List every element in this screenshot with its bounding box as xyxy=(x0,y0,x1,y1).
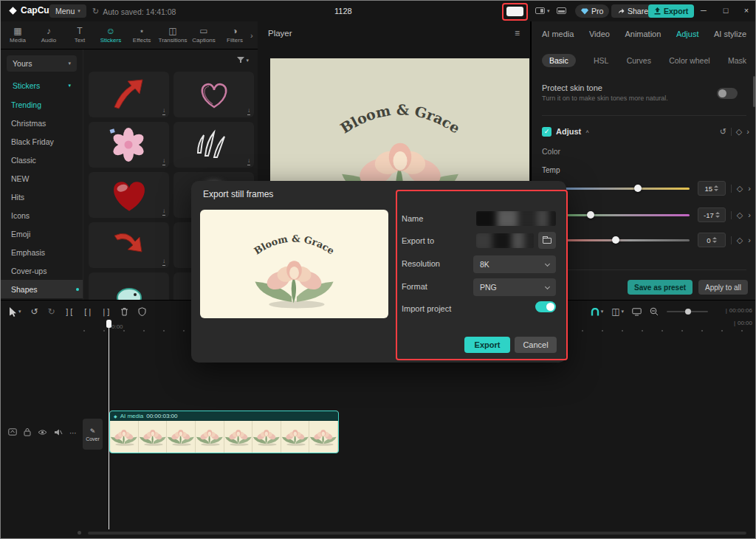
playhead[interactable] xyxy=(106,320,111,328)
subtab-hsl[interactable]: HSL xyxy=(594,56,608,65)
layout-panel-button[interactable]: ▾ xyxy=(535,7,550,14)
slider-handle[interactable] xyxy=(612,236,619,244)
download-icon[interactable]: ↓ xyxy=(162,108,165,115)
undo-icon[interactable]: ↺ xyxy=(31,306,38,317)
media-tab-effects[interactable]: ⋆Effects xyxy=(126,27,157,44)
sidebar-item-icons[interactable]: Icons xyxy=(1,206,83,224)
sidebar-item-black-friday[interactable]: Black Friday xyxy=(1,132,83,151)
media-tab-text[interactable]: TText xyxy=(64,27,95,44)
sticker-pink-flower[interactable]: ↓ xyxy=(89,122,169,168)
minimize-button[interactable]: ─ xyxy=(698,6,709,15)
zoom-out-button[interactable] xyxy=(650,307,659,316)
sidebar-item-emphasis[interactable]: Emphasis xyxy=(1,243,83,261)
delete-left-icon[interactable]: [| xyxy=(83,308,92,316)
tab-adjust[interactable]: Adjust xyxy=(676,30,699,38)
keyframe-icon[interactable]: ◇ xyxy=(737,236,743,245)
expand-icon[interactable]: › xyxy=(748,236,751,244)
subtab-color-wheel[interactable]: Color wheel xyxy=(669,56,709,65)
mirror-button[interactable]: ◫▾ xyxy=(611,306,624,317)
lock-icon[interactable] xyxy=(24,428,31,438)
yours-dropdown[interactable]: Yours▾ xyxy=(7,55,77,72)
mask-icon[interactable] xyxy=(138,307,146,316)
tab-ai-media[interactable]: AI media xyxy=(542,30,574,38)
select-tool[interactable]: ▾ xyxy=(10,307,21,317)
download-icon[interactable]: ↓ xyxy=(162,158,165,165)
stepper-arrows[interactable] xyxy=(715,212,720,218)
sidebar-item-shapes[interactable]: Shapes xyxy=(1,280,83,298)
subtab-curves[interactable]: Curves xyxy=(627,56,651,65)
more-icon[interactable]: ⋯ xyxy=(69,429,77,437)
expand-icon[interactable]: › xyxy=(746,127,749,136)
sidebar-item-cover-ups[interactable]: Cover-ups xyxy=(1,261,83,280)
sticker-teal-bird[interactable]: ↓ xyxy=(89,272,169,300)
track-main-icon[interactable] xyxy=(8,428,17,437)
effects-icon: ⋆ xyxy=(139,27,145,36)
expand-icon[interactable]: › xyxy=(748,184,751,193)
download-icon[interactable]: ↓ xyxy=(247,108,250,115)
reset-icon[interactable]: ↺ xyxy=(720,127,726,137)
sticker-glossy-red-heart[interactable]: ↓ xyxy=(89,172,169,218)
save-as-preset-button[interactable]: Save as preset xyxy=(628,280,693,295)
media-tab-transitions[interactable]: ◫Transitions xyxy=(157,27,188,44)
timeline-duration: |00:00:06 xyxy=(726,307,752,314)
sticker-white-claws[interactable]: ↓ xyxy=(173,122,254,168)
sticker-pink-heart-sketch[interactable]: ↓ xyxy=(173,72,254,117)
stickers-dropdown[interactable]: Stickers▾ xyxy=(7,78,77,94)
panel-scrollbar[interactable] xyxy=(753,76,755,107)
tab-ai-stylize[interactable]: AI stylize xyxy=(714,30,746,38)
keyframe-icon[interactable]: ◇ xyxy=(736,127,742,137)
maximize-button[interactable]: □ xyxy=(720,6,732,15)
media-tab-media[interactable]: ▦Media xyxy=(2,27,33,44)
tab-animation[interactable]: Animation xyxy=(625,30,661,38)
mute-icon[interactable] xyxy=(54,428,63,438)
protect-skin-tone-toggle[interactable] xyxy=(717,88,738,99)
media-tab-captions[interactable]: ▭Captions xyxy=(188,27,219,44)
adjust-checkbox[interactable]: ✓ xyxy=(542,127,551,137)
sidebar-item-emoji[interactable]: Emoji xyxy=(1,224,83,243)
sticker-red-curved-arrow[interactable]: ↓ xyxy=(89,222,169,268)
preview-axis-button[interactable] xyxy=(632,308,642,316)
tab-video[interactable]: Video xyxy=(589,30,610,38)
layout-compact-button[interactable] xyxy=(557,7,566,14)
timeline-zoom-slider[interactable] xyxy=(667,311,708,312)
cover-button[interactable]: ✎ Cover xyxy=(83,419,103,450)
media-tab-audio[interactable]: ♪Audio xyxy=(33,27,64,44)
slider-3-value-stepper[interactable]: 0 xyxy=(698,233,726,247)
close-button[interactable]: × xyxy=(740,6,752,15)
sidebar-item-classic[interactable]: Classic xyxy=(1,151,83,169)
filter-button[interactable]: ▾ xyxy=(237,57,249,63)
media-tab-stickers[interactable]: ☺Stickers xyxy=(95,27,126,44)
pro-badge[interactable]: Pro xyxy=(575,4,609,18)
sidebar-item-trending[interactable]: Trending xyxy=(1,95,83,114)
zoom-slider-handle[interactable] xyxy=(685,309,691,315)
sidebar-item-christmas[interactable]: Christmas xyxy=(1,114,83,132)
slider-handle[interactable] xyxy=(587,211,594,219)
subtab-mask[interactable]: Mask xyxy=(728,56,746,65)
download-icon[interactable]: ↓ xyxy=(162,208,165,216)
delete-icon[interactable] xyxy=(120,307,128,316)
delete-right-icon[interactable]: |] xyxy=(102,308,111,316)
timeline-clip[interactable]: ◆ AI media 00:00:03:00 xyxy=(109,411,339,453)
export-button[interactable]: Export xyxy=(648,4,694,18)
stepper-arrows[interactable] xyxy=(712,237,717,243)
download-icon[interactable]: ↓ xyxy=(247,158,250,165)
media-tab-filters[interactable]: ◑Filters xyxy=(219,27,250,44)
sidebar-item-hits[interactable]: Hits xyxy=(1,188,83,206)
subtab-basic[interactable]: Basic xyxy=(542,54,576,67)
more-panels-chevron[interactable]: › xyxy=(250,31,253,40)
apply-to-all-button[interactable]: Apply to all xyxy=(698,280,748,295)
split-icon[interactable]: ][ xyxy=(65,308,74,316)
menu-button[interactable]: Menu▾ xyxy=(49,4,86,18)
player-menu-icon[interactable]: ≡ xyxy=(515,28,520,38)
sticker-red-arrow-up[interactable]: ↓ xyxy=(89,72,169,117)
keyframe-icon[interactable]: ◇ xyxy=(737,184,743,193)
timeline-scrollbar[interactable] xyxy=(88,532,746,535)
eye-icon[interactable] xyxy=(38,429,47,437)
collapse-icon[interactable]: ˄ xyxy=(585,128,589,135)
slider-handle[interactable] xyxy=(634,185,642,192)
stepper-arrows[interactable] xyxy=(714,185,718,191)
sidebar-item-new[interactable]: NEW xyxy=(1,169,83,188)
redo-icon[interactable]: ↻ xyxy=(48,306,55,317)
snap-magnet-button[interactable]: ▾ xyxy=(591,308,604,316)
download-icon[interactable]: ↓ xyxy=(162,258,165,266)
